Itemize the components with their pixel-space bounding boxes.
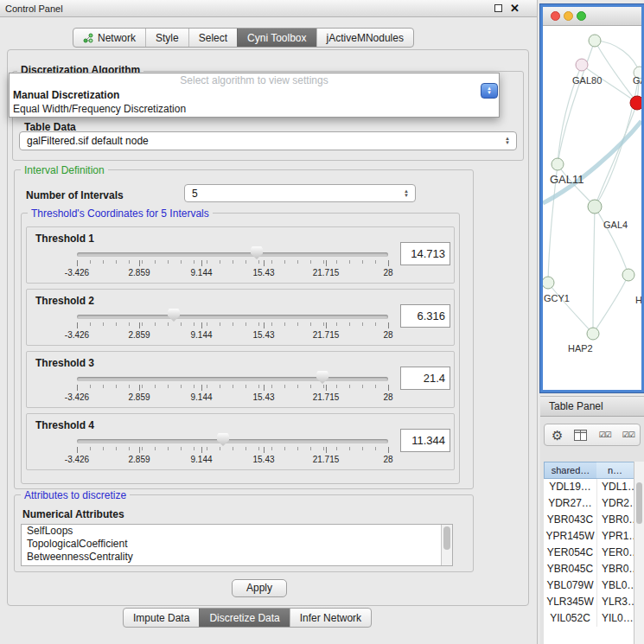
threshold-2-value-field[interactable]: 6.316 (400, 304, 450, 328)
mac-close-button[interactable] (551, 11, 560, 21)
threshold-3-value-field[interactable]: 21.4 (400, 367, 450, 390)
table-row[interactable]: YBL079W YBL0… (544, 577, 634, 594)
table-row[interactable]: YDL19… YDL1… (544, 479, 634, 495)
list-item[interactable]: SelfLoops (22, 525, 452, 538)
node[interactable] (588, 200, 602, 214)
cell-shared-name[interactable]: YBR043C (544, 512, 597, 528)
cell-shared-name[interactable]: YDL19… (544, 479, 597, 495)
tick-marks-major (77, 322, 390, 328)
threshold-coordinates-title: Threshold's Coordinates for 5 Intervals (28, 207, 213, 220)
cell-name[interactable]: YDL1… (597, 479, 634, 495)
gear-icon[interactable]: ⚙ (552, 429, 563, 442)
tab-discretize-data[interactable]: Discretize Data (199, 609, 289, 627)
top-tab-bar: Network Style Select Cyni Toolbox jActiv… (73, 28, 414, 48)
cell-shared-name[interactable]: YBR045C (544, 561, 597, 577)
columns-icon[interactable] (574, 430, 587, 441)
table-row[interactable]: YDR27… YDR2… (544, 495, 634, 512)
scale-label: 21.715 (313, 455, 340, 464)
algorithm-option-equal-width[interactable]: Equal Width/Frequency Discretization (10, 102, 499, 116)
node-label-gal4: GAL4 (603, 220, 628, 230)
bottom-tabs-segment: Impute Data Discretize Data Infer Networ… (123, 608, 372, 628)
apply-button[interactable]: Apply (232, 579, 287, 597)
tab-jactivemnodules[interactable]: jActiveMNodules (316, 29, 413, 47)
threshold-4-slider-thumb[interactable] (217, 433, 229, 446)
cell-shared-name[interactable]: YPR145W (544, 528, 597, 545)
threshold-1-value-field[interactable]: 14.713 (400, 242, 450, 265)
threshold-4-slider-track[interactable] (77, 439, 388, 443)
control-panel-titlebar: Control Panel ✕ (0, 0, 537, 17)
scale-label: 9.144 (190, 268, 212, 277)
threshold-3-slider-thumb[interactable] (316, 371, 328, 384)
table-row[interactable]: YER054C YER0… (544, 545, 634, 561)
tab-network[interactable]: Network (73, 29, 145, 47)
cell-name[interactable]: YBR0… (597, 561, 634, 577)
tab-select[interactable]: Select (188, 29, 237, 47)
scale-label: 2.859 (128, 268, 150, 277)
network-window-titlebar[interactable] (543, 7, 641, 26)
tab-jactivemnodules-label: jActiveMNodules (327, 32, 404, 44)
list-item[interactable]: TopologicalCoefficient (22, 538, 452, 551)
node[interactable] (622, 269, 634, 281)
close-icon[interactable]: ✕ (510, 3, 520, 14)
algorithm-option-manual[interactable]: Manual Discretization (10, 88, 499, 102)
tick-marks-major (77, 447, 390, 453)
table-row[interactable]: YLR345W YLR3… (544, 594, 634, 610)
threshold-1-slider-thumb[interactable] (251, 246, 263, 259)
tab-impute-data[interactable]: Impute Data (124, 609, 199, 627)
network-canvas[interactable]: GAL80 GA GAL11 GAL4 GCY1 HAP2 H (543, 26, 641, 390)
cell-name[interactable]: YBL0… (597, 577, 634, 594)
threshold-3-slider-track[interactable] (77, 377, 388, 381)
algorithm-select-stepper[interactable]: ▲▼ (481, 83, 498, 99)
table-row[interactable]: YPR145W YPR1… (544, 528, 634, 545)
checkbox-grid-icon-1[interactable]: ☑☑ (598, 430, 610, 439)
cell-name[interactable]: YER0… (597, 545, 634, 561)
node[interactable] (576, 59, 588, 71)
cell-shared-name[interactable]: YDR27… (544, 495, 597, 512)
checkbox-grid-icon-2[interactable]: ☑☑ (622, 430, 634, 439)
scale-label: 2.859 (128, 392, 150, 402)
tab-infer-network[interactable]: Infer Network (290, 609, 371, 627)
cell-name[interactable]: YPR1… (597, 528, 634, 545)
tab-network-label: Network (98, 32, 136, 44)
list-scrollbar[interactable] (441, 525, 452, 565)
threshold-1-panel: Threshold 1 -3.426 2.859 9.144 15.43 21.… (26, 226, 455, 284)
scale-label: 9.144 (190, 392, 212, 402)
table-scrollbar-thumb[interactable] (636, 482, 642, 524)
table-row[interactable]: YIL052C YIL0… (544, 610, 634, 627)
column-header-shared-name[interactable]: shared… (544, 462, 597, 479)
tab-style[interactable]: Style (145, 29, 188, 47)
scale-label: 28 (383, 268, 392, 277)
threshold-2-slider-thumb[interactable] (168, 309, 180, 322)
table-scrollbar[interactable] (634, 462, 644, 644)
number-of-intervals-select[interactable]: 5 ▲▼ (184, 184, 416, 202)
scale-label: -3.426 (65, 330, 89, 340)
node[interactable] (589, 35, 601, 47)
cell-name[interactable]: YIL0… (597, 610, 634, 627)
cell-shared-name[interactable]: YLR345W (544, 594, 597, 610)
threshold-1-slider-track[interactable] (77, 252, 388, 257)
cell-shared-name[interactable]: YER054C (544, 545, 597, 561)
list-item[interactable]: BetweennessCentrality (22, 551, 452, 564)
selected-node[interactable] (630, 96, 641, 110)
mac-minimize-button[interactable] (564, 11, 573, 21)
table-row[interactable]: YBR045C YBR0… (544, 561, 634, 577)
number-of-intervals-label: Number of Intervals (26, 189, 124, 201)
table-data-select[interactable]: galFiltered.sif default node ▲▼ (19, 131, 517, 150)
cell-shared-name[interactable]: YIL052C (544, 610, 597, 627)
cell-name[interactable]: YLR3… (597, 594, 634, 610)
cell-name[interactable]: YDR2… (597, 495, 634, 512)
float-icon[interactable] (494, 4, 502, 12)
cell-shared-name[interactable]: YBL079W (544, 577, 597, 594)
tab-cyni-toolbox[interactable]: Cyni Toolbox (237, 29, 316, 47)
mac-zoom-button[interactable] (577, 11, 586, 21)
node[interactable] (552, 158, 564, 170)
list-scrollbar-thumb[interactable] (443, 526, 450, 550)
threshold-4-value-field[interactable]: 11.344 (400, 429, 450, 452)
titlebar-icons: ✕ (494, 3, 520, 14)
table-row[interactable]: YBR043C YBR0… (544, 512, 634, 528)
node[interactable] (587, 328, 599, 340)
cell-name[interactable]: YBR0… (597, 512, 634, 528)
node[interactable] (543, 277, 554, 289)
column-header-name[interactable]: n… (596, 462, 634, 479)
threshold-2-slider-track[interactable] (77, 315, 388, 319)
